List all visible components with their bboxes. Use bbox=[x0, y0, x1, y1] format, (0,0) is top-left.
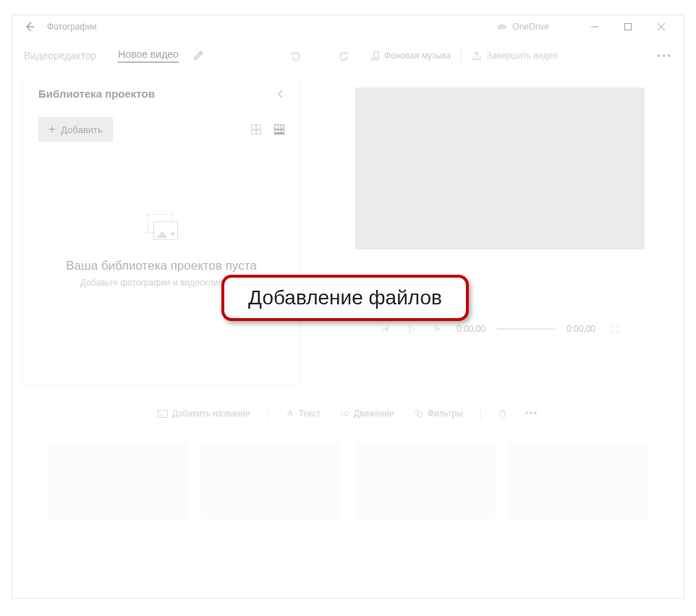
step-back-icon bbox=[382, 325, 389, 333]
storyboard-toolbar: Добавить название Текст Движение Фильтры… bbox=[12, 406, 684, 422]
storyboard-slot[interactable] bbox=[47, 442, 187, 520]
filters-icon bbox=[413, 409, 423, 418]
redo-icon bbox=[338, 50, 349, 61]
minimize-button[interactable] bbox=[578, 15, 611, 38]
seek-track[interactable] bbox=[497, 328, 555, 330]
onedrive-label: OneDrive bbox=[512, 22, 549, 32]
chevron-left-icon bbox=[277, 89, 284, 99]
play-icon bbox=[407, 325, 416, 333]
motion-button[interactable]: Движение bbox=[334, 406, 400, 422]
separator bbox=[480, 407, 481, 420]
empty-title: Ваша библиотека проектов пуста bbox=[38, 259, 284, 273]
chevron-right-icon: 〉 bbox=[103, 51, 111, 61]
redo-button[interactable] bbox=[331, 43, 357, 69]
add-button[interactable]: + Добавить bbox=[38, 117, 113, 142]
storyboard-slot[interactable] bbox=[509, 442, 649, 520]
delete-button[interactable] bbox=[493, 406, 512, 422]
preview-area: 0:00,00 0:00,00 bbox=[299, 73, 672, 384]
view-large-grid-button[interactable] bbox=[251, 124, 261, 134]
time-current: 0:00,00 bbox=[457, 324, 485, 334]
collapse-panel-button[interactable] bbox=[277, 89, 284, 99]
svg-rect-1 bbox=[625, 24, 632, 30]
library-title: Библиотека проектов bbox=[38, 87, 155, 100]
trash-icon bbox=[498, 409, 506, 419]
separator bbox=[461, 48, 462, 63]
callout-text: Добавление файлов bbox=[248, 286, 442, 309]
separator bbox=[268, 407, 268, 420]
add-title-card-button[interactable]: Добавить название bbox=[152, 406, 256, 422]
command-bar: Видеоредактор 〉 Новое видео Фоновая музы… bbox=[12, 38, 684, 73]
project-library-panel: Библиотека проектов + Добавить bbox=[24, 73, 299, 384]
arrow-left-icon bbox=[24, 21, 35, 33]
svg-point-5 bbox=[414, 411, 419, 416]
next-frame-button[interactable] bbox=[430, 322, 445, 336]
maximize-button[interactable] bbox=[611, 15, 645, 38]
time-total: 0:00,00 bbox=[566, 324, 595, 334]
filters-button[interactable]: Фильтры bbox=[407, 406, 469, 422]
playback-controls: 0:00,00 0:00,00 bbox=[355, 322, 645, 336]
storyboard-slot[interactable] bbox=[355, 442, 495, 520]
cloud-icon bbox=[496, 23, 508, 31]
video-preview-canvas bbox=[355, 87, 645, 249]
text-button[interactable]: Текст bbox=[280, 406, 326, 422]
finish-video-button[interactable]: Завершить видео bbox=[472, 51, 557, 61]
storyboard-more-button[interactable]: ••• bbox=[519, 406, 545, 422]
step-forward-icon bbox=[434, 325, 441, 333]
title-card-icon bbox=[158, 410, 168, 418]
undo-button[interactable] bbox=[283, 43, 309, 69]
undo-icon bbox=[290, 50, 302, 61]
photos-icon bbox=[145, 214, 178, 243]
edit-title-button[interactable] bbox=[193, 51, 203, 61]
close-icon bbox=[658, 23, 665, 30]
more-button[interactable]: ••• bbox=[657, 50, 672, 61]
annotation-callout: Добавление файлов bbox=[221, 275, 469, 321]
fullscreen-button[interactable] bbox=[607, 322, 621, 336]
storyboard-slot[interactable] bbox=[201, 442, 341, 520]
music-icon bbox=[371, 51, 380, 61]
add-label: Добавить bbox=[61, 124, 102, 135]
plus-icon: + bbox=[48, 123, 55, 136]
close-button[interactable] bbox=[645, 15, 678, 38]
pencil-icon bbox=[193, 51, 203, 61]
text-icon bbox=[286, 409, 294, 418]
prev-frame-button[interactable] bbox=[378, 322, 393, 336]
svg-point-6 bbox=[417, 412, 422, 417]
project-title[interactable]: Новое видео bbox=[118, 48, 179, 63]
svg-rect-2 bbox=[158, 410, 167, 417]
onedrive-link[interactable]: OneDrive bbox=[496, 22, 549, 32]
app-title: Фотографии bbox=[47, 22, 97, 32]
motion-icon bbox=[339, 409, 349, 418]
svg-point-4 bbox=[344, 411, 349, 416]
main-area: Библиотека проектов + Добавить bbox=[12, 73, 684, 384]
breadcrumb-editor[interactable]: Видеоредактор bbox=[24, 50, 96, 61]
minimize-icon bbox=[591, 23, 598, 30]
background-music-button[interactable]: Фоновая музыка bbox=[371, 51, 451, 61]
view-small-grid-button[interactable] bbox=[274, 124, 284, 134]
storyboard-track bbox=[12, 422, 684, 540]
play-button[interactable] bbox=[404, 322, 419, 336]
maximize-icon bbox=[624, 23, 632, 30]
expand-icon bbox=[610, 325, 619, 333]
export-icon bbox=[472, 51, 482, 61]
titlebar: Фотографии OneDrive bbox=[12, 15, 684, 38]
back-button[interactable] bbox=[18, 15, 41, 38]
